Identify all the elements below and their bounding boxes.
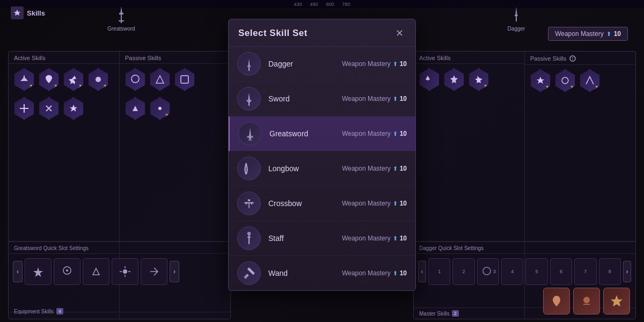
master-skills-count: 2: [452, 310, 459, 317]
quick-slot-5[interactable]: [141, 258, 167, 285]
r-skill-icon-3[interactable]: 3: [467, 68, 490, 91]
left-passive-skills-row-2: 2: [120, 93, 230, 122]
quick-slot-3[interactable]: [83, 258, 109, 285]
r-quick-slot-7[interactable]: 7: [574, 258, 596, 285]
right-chevron-forward[interactable]: ›: [623, 261, 631, 282]
passive-icon-5[interactable]: 2: [149, 97, 171, 120]
r-passive-num-2: 3: [570, 85, 573, 90]
left-passive-skills-label: Passive Skills: [120, 52, 230, 64]
r-skill-icon-1[interactable]: [418, 68, 441, 91]
r-passive-icon-3[interactable]: 3: [579, 69, 601, 92]
skill-set-item-staff[interactable]: Staff Weapon Mastery ⬆10: [229, 221, 415, 256]
mastery-info-crossbow: Weapon Mastery ⬆10: [342, 200, 407, 207]
skill-num-3: 3: [79, 84, 82, 89]
passive-icon-1[interactable]: [124, 68, 147, 91]
r-quick-slot-3[interactable]: 3: [477, 258, 499, 285]
slot-label-6: 6: [560, 269, 562, 274]
r-passive-icon-1[interactable]: 3: [529, 69, 552, 92]
skills-header: Skills: [11, 6, 45, 19]
left-chevron-forward[interactable]: ›: [170, 261, 179, 282]
modal-close-button[interactable]: ✕: [393, 27, 406, 40]
skill-set-name-greatsword: Greatsword: [269, 129, 342, 138]
up-arrow-icon: ⬆: [606, 31, 611, 38]
skill-icon-5[interactable]: [13, 97, 35, 120]
quick-slot-1[interactable]: [25, 258, 52, 285]
weapon-icon-greatsword: [238, 122, 262, 145]
left-passive-skills-row: [120, 64, 230, 93]
equipment-skills-label: Equipment Skills 4: [14, 308, 63, 314]
master-skills-label: Master Skills 2: [419, 310, 459, 317]
dagger-top-icon: Dagger: [507, 5, 526, 32]
master-icon-1[interactable]: [543, 288, 570, 314]
master-icon-2[interactable]: [573, 288, 600, 314]
left-active-skills-label: Active Skills: [9, 52, 119, 64]
skill-icon-7[interactable]: [62, 97, 85, 120]
mastery-info-sword: Weapon Mastery ⬆10: [342, 95, 407, 103]
skill-num-1: 3: [30, 84, 32, 89]
nav-item-2: 490: [310, 2, 318, 7]
weapon-icon-dagger: [237, 52, 261, 76]
r-quick-slot-4[interactable]: 4: [501, 258, 523, 285]
skill-set-item-crossbow[interactable]: Crossbow Weapon Mastery ⬆10: [229, 186, 415, 221]
quick-slot-4[interactable]: [112, 258, 138, 285]
left-chevron-back[interactable]: ‹: [13, 261, 23, 282]
skill-num-2: 3: [54, 84, 57, 89]
right-passive-skills-row: 3 3 3: [525, 65, 635, 94]
slot-label-3: 3: [493, 269, 496, 274]
weapon-icon-staff: [237, 226, 261, 250]
slot-label-4: 4: [511, 269, 514, 274]
passive-num-5: 2: [165, 113, 168, 118]
mastery-info-greatsword: Weapon Mastery ⬆10: [342, 130, 407, 137]
passive-icon-4[interactable]: [124, 97, 147, 120]
greatsword-top-icon: Greatsword: [107, 5, 135, 32]
greatsword-label: Greatsword: [107, 26, 135, 32]
master-icon-3[interactable]: [603, 288, 630, 314]
right-active-skills-row: 3: [414, 64, 524, 93]
r-passive-icon-2[interactable]: 3: [554, 69, 576, 92]
right-active-skills-label: Active Skills: [414, 52, 524, 64]
svg-point-0: [96, 77, 101, 82]
left-quick-slot-row: ‹ ›: [9, 254, 230, 289]
r-quick-slot-6[interactable]: 6: [550, 258, 572, 285]
mastery-info-longbow: Weapon Mastery ⬆10: [342, 165, 407, 172]
svg-point-2: [158, 107, 162, 110]
r-skill-icon-2[interactable]: [443, 68, 465, 91]
r-quick-slot-2[interactable]: 2: [452, 258, 474, 285]
page-title: Skills: [27, 9, 45, 17]
skill-set-item-wand[interactable]: Wand Weapon Mastery ⬆10: [229, 256, 415, 290]
r-skill-num-3: 3: [484, 84, 487, 89]
weapon-icon-crossbow: [237, 192, 261, 215]
left-skills-panel: Active Skills 3 3 3 3: [8, 51, 231, 319]
skill-set-name-sword: Sword: [268, 94, 342, 103]
slot-label-2: 2: [463, 269, 465, 274]
skill-icon-4[interactable]: 3: [87, 68, 109, 91]
svg-rect-1: [181, 76, 188, 83]
r-passive-num-3: 3: [595, 85, 598, 90]
passive-icon-3[interactable]: [173, 68, 196, 91]
left-active-skills-row-2: [9, 93, 119, 122]
slot-label-5: 5: [536, 269, 538, 274]
skill-icon-6[interactable]: [38, 97, 60, 120]
right-passive-skills-label: Passive Skills: [525, 52, 635, 65]
quick-slot-2[interactable]: [54, 258, 80, 285]
skill-set-item-dagger[interactable]: Dagger Weapon Mastery ⬆10: [229, 47, 415, 82]
svg-point-6: [583, 297, 590, 303]
skill-num-4: 3: [104, 84, 106, 89]
svg-point-8: [246, 275, 247, 276]
skill-set-item-greatsword[interactable]: Greatsword Weapon Mastery ⬆10: [229, 116, 415, 151]
skill-set-item-longbow[interactable]: Longbow Weapon Mastery ⬆10: [229, 151, 415, 186]
right-quick-slot-label: Dagger Quick Slot Settings: [414, 241, 635, 254]
r-quick-slot-1[interactable]: 1: [428, 258, 450, 285]
nav-item-3: 600: [326, 2, 334, 7]
passive-icon-2[interactable]: [149, 68, 171, 91]
skill-icon-1[interactable]: 3: [13, 68, 35, 91]
right-chevron-back[interactable]: ‹: [418, 261, 426, 282]
slot-label-8: 8: [609, 269, 611, 274]
modal-header: Select Skill Set ✕: [229, 19, 415, 47]
r-quick-slot-8[interactable]: 8: [599, 258, 621, 285]
svg-point-3: [66, 269, 68, 272]
skill-set-item-sword[interactable]: Sword Weapon Mastery ⬆10: [229, 82, 415, 116]
skill-icon-3[interactable]: 3: [62, 68, 85, 91]
r-quick-slot-5[interactable]: 5: [525, 258, 547, 285]
skill-icon-2[interactable]: 3: [38, 68, 60, 91]
